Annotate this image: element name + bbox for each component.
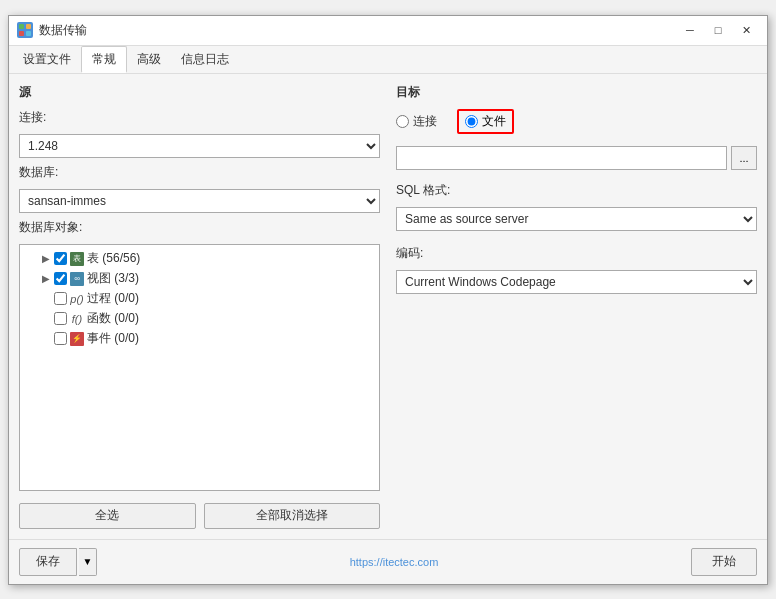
menu-settings[interactable]: 设置文件 bbox=[13, 47, 81, 72]
objects-tree: ▶ 表 表 (56/56) ▶ ∞ 视图 (3/3) bbox=[19, 244, 380, 491]
target-type-group: 连接 文件 bbox=[396, 109, 757, 134]
sql-format-select[interactable]: Same as source server MySQL 5.0 MySQL 5.… bbox=[396, 207, 757, 231]
encoding-select[interactable]: Current Windows Codepage UTF-8 GBK bbox=[396, 270, 757, 294]
encoding-label: 编码: bbox=[396, 245, 757, 262]
target-title: 目标 bbox=[396, 84, 757, 101]
tree-toggle-table[interactable]: ▶ bbox=[40, 253, 52, 265]
main-window: 数据传输 ─ □ ✕ 设置文件 常规 高级 信息日志 源 连接: 1.248 bbox=[8, 15, 768, 585]
svg-rect-0 bbox=[19, 24, 24, 29]
tree-toggle-event bbox=[40, 333, 52, 345]
checkbox-func[interactable] bbox=[54, 312, 67, 325]
tree-item-event[interactable]: ⚡ 事件 (0/0) bbox=[24, 329, 375, 349]
target-panel: 目标 连接 文件 ... bbox=[396, 84, 757, 529]
watermark-area: https://itectec.com bbox=[350, 555, 439, 569]
title-bar: 数据传输 ─ □ ✕ bbox=[9, 16, 767, 46]
proc-icon: p() bbox=[70, 292, 84, 306]
database-select[interactable]: sansan-immes bbox=[19, 189, 380, 213]
tree-item-proc[interactable]: p() 过程 (0/0) bbox=[24, 289, 375, 309]
maximize-button[interactable]: □ bbox=[705, 19, 731, 41]
source-panel: 源 连接: 1.248 数据库: sansan-immes 数据库对象: bbox=[19, 84, 380, 529]
tree-toggle-proc bbox=[40, 293, 52, 305]
checkbox-view[interactable] bbox=[54, 272, 67, 285]
view-icon: ∞ bbox=[70, 272, 84, 286]
func-label: 函数 (0/0) bbox=[87, 310, 139, 327]
tree-item-table[interactable]: ▶ 表 表 (56/56) bbox=[24, 249, 375, 269]
menu-bar: 设置文件 常规 高级 信息日志 bbox=[9, 46, 767, 74]
view-label: 视图 (3/3) bbox=[87, 270, 139, 287]
file-path-input[interactable] bbox=[396, 146, 727, 170]
database-select-row: sansan-immes bbox=[19, 189, 380, 213]
connection-select-row: 1.248 bbox=[19, 134, 380, 158]
tree-toggle-view[interactable]: ▶ bbox=[40, 273, 52, 285]
bottom-bar: 保存 ▼ https://itectec.com 开始 bbox=[9, 539, 767, 584]
sql-format-label: SQL 格式: bbox=[396, 182, 757, 199]
tree-toggle-func bbox=[40, 313, 52, 325]
tree-item-func[interactable]: f() 函数 (0/0) bbox=[24, 309, 375, 329]
browse-button[interactable]: ... bbox=[731, 146, 757, 170]
connection-label: 连接: bbox=[19, 109, 380, 126]
file-radio-text: 文件 bbox=[482, 113, 506, 130]
connection-select[interactable]: 1.248 bbox=[19, 134, 380, 158]
event-icon: ⚡ bbox=[70, 332, 84, 346]
tree-buttons: 全选 全部取消选择 bbox=[19, 503, 380, 529]
menu-general[interactable]: 常规 bbox=[81, 46, 127, 73]
file-radio-highlight: 文件 bbox=[457, 109, 514, 134]
svg-rect-2 bbox=[19, 31, 24, 36]
objects-label: 数据库对象: bbox=[19, 219, 380, 236]
database-label: 数据库: bbox=[19, 164, 380, 181]
save-area: 保存 ▼ bbox=[19, 548, 97, 576]
checkbox-table[interactable] bbox=[54, 252, 67, 265]
table-label: 表 (56/56) bbox=[87, 250, 140, 267]
connection-radio-text: 连接 bbox=[413, 113, 437, 130]
file-radio[interactable] bbox=[465, 115, 478, 128]
select-all-button[interactable]: 全选 bbox=[19, 503, 196, 529]
file-input-row: ... bbox=[396, 146, 757, 170]
watermark-text: https://itectec.com bbox=[350, 556, 439, 568]
start-button[interactable]: 开始 bbox=[691, 548, 757, 576]
checkbox-proc[interactable] bbox=[54, 292, 67, 305]
main-panels: 源 连接: 1.248 数据库: sansan-immes 数据库对象: bbox=[19, 84, 757, 529]
deselect-all-button[interactable]: 全部取消选择 bbox=[204, 503, 381, 529]
app-icon bbox=[17, 22, 33, 38]
minimize-button[interactable]: ─ bbox=[677, 19, 703, 41]
connection-radio-label[interactable]: 连接 bbox=[396, 113, 437, 130]
func-icon: f() bbox=[70, 312, 84, 326]
event-label: 事件 (0/0) bbox=[87, 330, 139, 347]
window-title: 数据传输 bbox=[39, 22, 87, 39]
title-controls: ─ □ ✕ bbox=[677, 19, 759, 41]
save-dropdown-button[interactable]: ▼ bbox=[79, 548, 97, 576]
tree-item-view[interactable]: ▶ ∞ 视图 (3/3) bbox=[24, 269, 375, 289]
menu-advanced[interactable]: 高级 bbox=[127, 47, 171, 72]
svg-rect-1 bbox=[26, 24, 31, 29]
main-content: 源 连接: 1.248 数据库: sansan-immes 数据库对象: bbox=[9, 74, 767, 539]
table-icon: 表 bbox=[70, 252, 84, 266]
save-button[interactable]: 保存 bbox=[19, 548, 77, 576]
checkbox-event[interactable] bbox=[54, 332, 67, 345]
close-button[interactable]: ✕ bbox=[733, 19, 759, 41]
menu-log[interactable]: 信息日志 bbox=[171, 47, 239, 72]
proc-label: 过程 (0/0) bbox=[87, 290, 139, 307]
title-bar-left: 数据传输 bbox=[17, 22, 87, 39]
svg-rect-3 bbox=[26, 31, 31, 36]
connection-radio[interactable] bbox=[396, 115, 409, 128]
source-title: 源 bbox=[19, 84, 380, 101]
